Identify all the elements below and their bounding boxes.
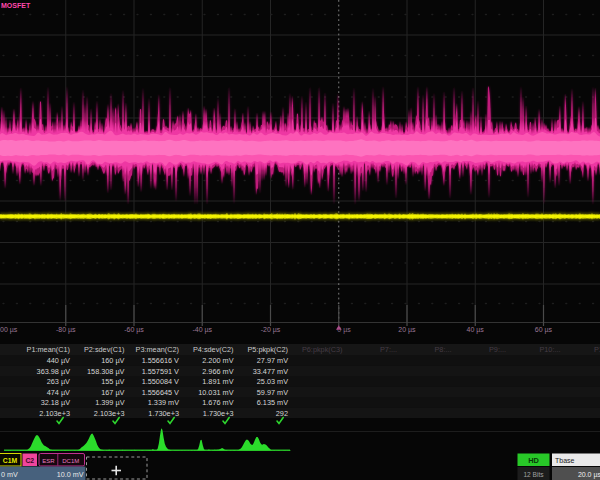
svg-text:32.18 µV: 32.18 µV xyxy=(41,398,70,407)
svg-text:20.0 µs: 20.0 µs xyxy=(578,471,600,479)
svg-text:59.97 mV: 59.97 mV xyxy=(257,388,288,397)
svg-text:1.550084 V: 1.550084 V xyxy=(142,377,179,386)
svg-text:DC1M: DC1M xyxy=(62,458,79,464)
svg-text:00 µs: 00 µs xyxy=(0,326,18,334)
svg-text:263 µV: 263 µV xyxy=(47,377,70,386)
svg-text:P6:pkpk(C3): P6:pkpk(C3) xyxy=(302,345,343,354)
svg-text:292: 292 xyxy=(276,409,288,418)
svg-text:P3:mean(C2): P3:mean(C2) xyxy=(136,345,179,354)
svg-text:10.031 mV: 10.031 mV xyxy=(198,388,233,397)
svg-text:P2:sdev(C1): P2:sdev(C1) xyxy=(84,345,125,354)
svg-text:C2: C2 xyxy=(25,457,34,464)
svg-text:P7:...: P7:... xyxy=(380,345,397,354)
svg-text:1.339 mV: 1.339 mV xyxy=(148,398,179,407)
svg-text:27.97 mV: 27.97 mV xyxy=(257,356,288,365)
svg-text:P8:...: P8:... xyxy=(434,345,451,354)
svg-text:25.03 mV: 25.03 mV xyxy=(257,377,288,386)
svg-text:2.103e+3: 2.103e+3 xyxy=(39,409,70,418)
svg-text:1.730e+3: 1.730e+3 xyxy=(148,409,179,418)
svg-text:2.966 mV: 2.966 mV xyxy=(202,367,233,376)
svg-text:-40 µs: -40 µs xyxy=(192,326,212,334)
svg-text:363.98 µV: 363.98 µV xyxy=(37,367,71,376)
svg-text:1.676 mV: 1.676 mV xyxy=(202,398,233,407)
svg-text:2.103e+3: 2.103e+3 xyxy=(94,409,125,418)
svg-text:1.399 µV: 1.399 µV xyxy=(95,398,124,407)
svg-text:ESR: ESR xyxy=(42,458,55,464)
svg-text:C1M: C1M xyxy=(3,457,18,464)
svg-text:1.556645 V: 1.556645 V xyxy=(142,388,179,397)
svg-text:440 µV: 440 µV xyxy=(47,356,70,365)
svg-text:-60 µs: -60 µs xyxy=(124,326,144,334)
svg-text:20 µs: 20 µs xyxy=(398,326,416,334)
svg-text:P10:...: P10:... xyxy=(539,345,560,354)
svg-text:HD: HD xyxy=(528,456,539,465)
svg-text:474 µV: 474 µV xyxy=(47,388,70,397)
svg-text:158.308 µV: 158.308 µV xyxy=(87,367,125,376)
svg-text:P5:pkpk(C2): P5:pkpk(C2) xyxy=(247,345,288,354)
svg-text:33.477 mV: 33.477 mV xyxy=(253,367,288,376)
svg-text:6.135 mV: 6.135 mV xyxy=(257,398,288,407)
svg-text:P11:...: P11:... xyxy=(594,345,600,354)
svg-text:60 µs: 60 µs xyxy=(535,326,553,334)
svg-text:0 µs: 0 µs xyxy=(337,326,351,334)
svg-text:1.556616 V: 1.556616 V xyxy=(142,356,179,365)
svg-text:155 µV: 155 µV xyxy=(101,377,124,386)
svg-text:2.200 mV: 2.200 mV xyxy=(202,356,233,365)
svg-text:40 µs: 40 µs xyxy=(467,326,485,334)
svg-text:Tbase: Tbase xyxy=(555,457,575,464)
svg-text:12 Bits: 12 Bits xyxy=(523,471,544,478)
svg-text:-20 µs: -20 µs xyxy=(261,326,281,334)
svg-text:1.557591 V: 1.557591 V xyxy=(142,367,179,376)
svg-text:-80 µs: -80 µs xyxy=(56,326,76,334)
svg-text:MOSFET: MOSFET xyxy=(1,2,31,9)
svg-text:1.730e+3: 1.730e+3 xyxy=(203,409,234,418)
svg-text:1.891 mV: 1.891 mV xyxy=(202,377,233,386)
svg-text:0 mV: 0 mV xyxy=(1,470,18,479)
svg-text:160 µV: 160 µV xyxy=(101,356,124,365)
svg-text:P4:sdev(C2): P4:sdev(C2) xyxy=(193,345,234,354)
svg-text:167 µV: 167 µV xyxy=(101,388,124,397)
svg-text:P1:mean(C1): P1:mean(C1) xyxy=(27,345,70,354)
svg-text:10.0 mV: 10.0 mV xyxy=(57,470,84,479)
svg-text:P9:...: P9:... xyxy=(489,345,506,354)
